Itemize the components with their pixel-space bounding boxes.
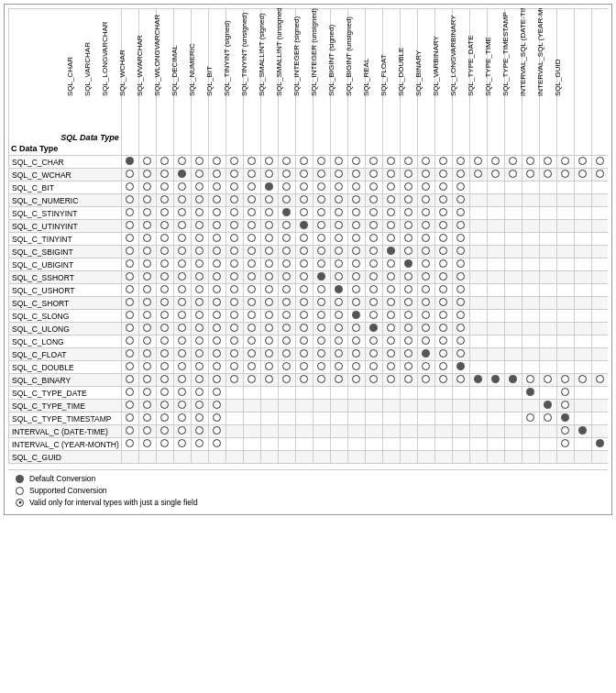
cell-16-1 <box>138 361 156 374</box>
cell-20-25 <box>556 412 574 425</box>
supported-dot <box>213 182 221 191</box>
cell-0-19 <box>452 156 469 169</box>
cell-22-12 <box>330 438 347 451</box>
cell-15-13 <box>347 348 365 361</box>
table-row: SQL_C_NUMERIC <box>9 194 609 207</box>
cell-10-23 <box>522 284 539 297</box>
cell-13-5 <box>208 323 226 336</box>
cell-12-7 <box>243 310 260 323</box>
cell-14-5 <box>208 336 226 348</box>
supported-dot <box>439 182 447 191</box>
cell-7-14 <box>365 246 382 258</box>
supported-dot <box>265 324 273 332</box>
cell-14-24 <box>539 336 556 348</box>
cell-6-18 <box>434 233 452 246</box>
cell-19-19 <box>452 400 469 412</box>
cell-22-14 <box>365 438 382 451</box>
cell-16-10 <box>295 361 313 374</box>
cell-11-4 <box>191 297 208 310</box>
supported-dot <box>509 170 517 178</box>
cell-11-10 <box>295 297 313 310</box>
cell-13-27 <box>591 323 608 336</box>
cell-22-24 <box>539 438 556 451</box>
row-label-2: SQL_C_BIT <box>9 182 122 194</box>
cell-20-2 <box>156 412 173 425</box>
cell-0-6 <box>226 156 243 169</box>
supported-dot <box>160 170 169 178</box>
cell-8-2 <box>156 258 173 271</box>
supported-dot <box>230 272 238 280</box>
cell-0-18 <box>434 156 452 169</box>
supported-dot <box>126 182 134 191</box>
supported-dot <box>456 195 465 204</box>
cell-7-18 <box>434 246 452 258</box>
supported-dot <box>352 362 360 370</box>
cell-6-0 <box>121 233 138 246</box>
supported-dot <box>265 336 273 345</box>
cell-15-7 <box>243 348 260 361</box>
supported-dot <box>178 388 186 396</box>
supported-dot <box>126 285 134 293</box>
cell-11-19 <box>452 297 469 310</box>
cell-20-20 <box>469 412 487 425</box>
default-dot <box>422 349 430 358</box>
supported-dot <box>422 247 430 255</box>
cell-4-4 <box>191 207 208 220</box>
supported-dot <box>439 272 447 280</box>
cell-20-17 <box>417 412 434 425</box>
cell-12-1 <box>138 310 156 323</box>
cell-12-21 <box>487 310 504 323</box>
supported-dot <box>317 234 325 242</box>
cell-16-11 <box>313 361 330 374</box>
supported-dot <box>160 311 169 319</box>
cell-15-20 <box>469 348 487 361</box>
supported-dot <box>126 413 134 422</box>
cell-8-23 <box>522 258 539 271</box>
cell-4-20 <box>469 207 487 220</box>
table-row: INTERVAL_C (YEAR-MONTH) <box>9 438 609 451</box>
supported-dot <box>248 157 256 165</box>
cell-9-7 <box>243 271 260 284</box>
cell-17-10 <box>295 374 313 387</box>
cell-17-2 <box>156 374 173 387</box>
supported-dot <box>230 298 238 306</box>
supported-dot <box>317 182 325 191</box>
supported-dot <box>335 234 343 242</box>
row-label-13: SQL_C_ULONG <box>9 323 122 336</box>
cell-14-11 <box>313 336 330 348</box>
cell-9-9 <box>278 271 295 284</box>
cell-0-5 <box>208 156 226 169</box>
cell-20-3 <box>173 412 191 425</box>
cell-13-21 <box>487 323 504 336</box>
cell-2-2 <box>156 182 173 194</box>
cell-18-25 <box>556 387 574 400</box>
supported-dot <box>265 208 273 216</box>
cell-5-19 <box>452 220 469 233</box>
supported-dot <box>422 170 430 178</box>
cell-6-8 <box>260 233 278 246</box>
cell-15-18 <box>434 348 452 361</box>
cell-4-18 <box>434 207 452 220</box>
cell-20-8 <box>260 412 278 425</box>
supported-dot <box>143 349 151 358</box>
cell-16-4 <box>191 361 208 374</box>
default-dot <box>126 157 134 165</box>
cell-10-6 <box>226 284 243 297</box>
cell-20-16 <box>400 412 417 425</box>
default-label: Default Conversion <box>29 474 95 483</box>
cell-15-24 <box>539 348 556 361</box>
supported-dot <box>456 170 465 178</box>
supported-dot <box>143 362 151 370</box>
supported-dot <box>596 375 604 383</box>
supported-dot <box>143 259 151 268</box>
supported-dot <box>387 272 395 280</box>
cell-15-6 <box>226 348 243 361</box>
row-label-22: INTERVAL_C (YEAR-MONTH) <box>9 438 122 451</box>
cell-5-15 <box>382 220 400 233</box>
cell-12-9 <box>278 310 295 323</box>
cell-7-19 <box>452 246 469 258</box>
supported-dot <box>178 221 186 229</box>
cell-0-16 <box>400 156 417 169</box>
supported-dot <box>300 324 308 332</box>
cell-9-25 <box>556 271 574 284</box>
